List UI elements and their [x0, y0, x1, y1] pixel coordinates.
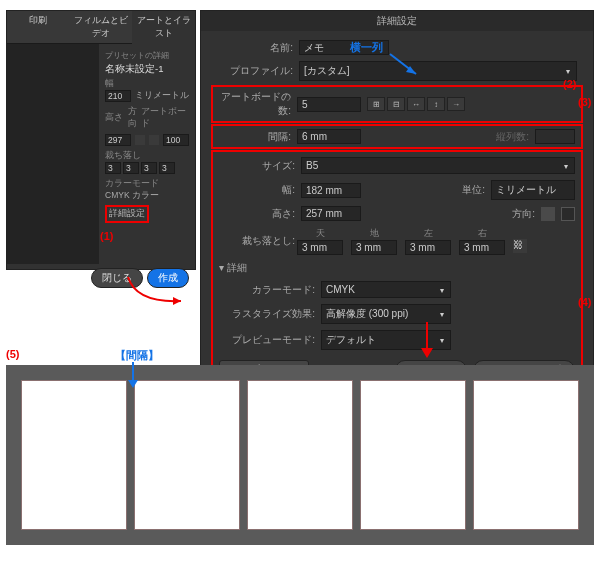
artboard — [473, 380, 579, 530]
bleed-left-input[interactable] — [405, 240, 451, 255]
artboards-count-input[interactable] — [297, 97, 361, 112]
arrow-icon — [126, 275, 186, 305]
orientation-label: 方向: — [512, 207, 535, 221]
annotation-3: (3) — [578, 96, 591, 108]
columns-input — [535, 129, 575, 144]
artboard — [21, 380, 127, 530]
artboard — [247, 380, 353, 530]
height-label: 高さ — [105, 112, 124, 124]
preview-label: プレビューモード: — [219, 333, 315, 347]
preview-value: デフォルト — [326, 334, 376, 345]
chevron-down-icon: ▾ — [440, 310, 444, 319]
profile-value: [カスタム] — [304, 65, 350, 76]
size-select[interactable]: B5 ▾ — [301, 157, 575, 174]
arrange-col-icon[interactable]: ↕ — [427, 97, 445, 111]
spacing-input[interactable] — [297, 129, 361, 144]
colormode-select[interactable]: CMYK ▾ — [321, 281, 451, 298]
raster-label: ラスタライズ効果: — [219, 307, 315, 321]
chevron-down-icon: ▾ — [440, 285, 444, 294]
bleed-left-heading: 左 — [405, 227, 451, 240]
dialog-title: 詳細設定 — [201, 11, 593, 31]
artboard — [134, 380, 240, 530]
tab-print[interactable]: 印刷 — [7, 11, 70, 44]
annotation-5: (5) — [6, 348, 19, 360]
document-name: 名称未設定-1 — [105, 63, 189, 76]
bleed-bottom-input[interactable] — [123, 162, 139, 174]
arrangement-buttons: ⊞ ⊟ ↔ ↕ → — [367, 97, 465, 111]
artboard-count-label: アートボード — [141, 106, 189, 130]
arrow-icon — [418, 320, 436, 360]
unit-label: 単位: — [462, 183, 485, 197]
width-label: 幅 — [105, 78, 189, 90]
bleed-top-input[interactable] — [297, 240, 343, 255]
spacing-label: 間隔: — [219, 130, 291, 144]
bleed-right-input[interactable] — [459, 240, 505, 255]
svg-marker-5 — [128, 380, 138, 388]
size-value: B5 — [306, 160, 318, 171]
orientation-portrait-icon[interactable] — [541, 207, 555, 221]
unit-value: ミリメートル — [496, 184, 556, 195]
width-input[interactable] — [105, 90, 131, 102]
advanced-settings-link[interactable]: 詳細設定 — [105, 205, 149, 223]
arrange-grid-col-icon[interactable]: ⊟ — [387, 97, 405, 111]
bleed-top-heading: 天 — [297, 227, 343, 240]
bleed-label: 裁ち落とし: — [219, 234, 295, 248]
colormode-value: CMYK カラー — [105, 190, 189, 202]
doc-width-label: 幅: — [219, 183, 295, 197]
arrange-rtl-icon[interactable]: → — [447, 97, 465, 111]
name-label: 名前: — [217, 41, 293, 55]
size-label: サイズ: — [219, 159, 295, 173]
colormode-value: CMYK — [326, 284, 355, 295]
doc-height-input[interactable] — [301, 206, 361, 221]
chevron-down-icon: ▾ — [566, 67, 570, 76]
tab-art-illust[interactable]: アートとイラスト — [132, 11, 195, 44]
arrow-icon — [126, 362, 140, 390]
raster-value: 高解像度 (300 ppi) — [326, 308, 408, 319]
orientation-landscape-icon[interactable] — [561, 207, 575, 221]
bleed-top-input[interactable] — [105, 162, 121, 174]
annotation-4: (4) — [578, 296, 591, 308]
artboard-count-input[interactable] — [163, 134, 189, 146]
annotation-spacing-label: 【間隔】 — [115, 348, 159, 363]
svg-marker-3 — [421, 348, 433, 358]
artboard — [360, 380, 466, 530]
annotation-2: (2) — [563, 78, 576, 90]
annotation-row-label: 横一列 — [350, 40, 383, 55]
unit-select[interactable]: ミリメートル — [491, 180, 575, 200]
bleed-right-heading: 右 — [459, 227, 505, 240]
doc-width-input[interactable] — [301, 183, 361, 198]
svg-marker-0 — [173, 297, 181, 305]
bleed-bottom-heading: 地 — [351, 227, 397, 240]
columns-label: 縦列数: — [496, 130, 529, 144]
tab-film-video[interactable]: フィルムとビデオ — [70, 11, 133, 44]
arrange-grid-row-icon[interactable]: ⊞ — [367, 97, 385, 111]
bleed-left-input[interactable] — [141, 162, 157, 174]
colormode-label: カラーモード — [105, 178, 189, 190]
artboards-canvas — [6, 365, 594, 545]
orientation-portrait-icon[interactable] — [135, 135, 145, 145]
link-bleed-icon[interactable]: ⛓ — [513, 239, 527, 253]
preset-heading: プリセットの詳細 — [105, 50, 189, 61]
annotation-1: (1) — [100, 230, 113, 242]
doc-height-label: 高さ: — [219, 207, 295, 221]
orientation-label: 方向 — [128, 106, 137, 130]
orientation-landscape-icon[interactable] — [149, 135, 159, 145]
category-tabs: 印刷 フィルムとビデオ アートとイラスト — [7, 11, 195, 44]
chevron-down-icon: ▾ — [440, 336, 444, 345]
unit-value: ミリメートル — [135, 90, 189, 102]
bleed-bottom-input[interactable] — [351, 240, 397, 255]
arrow-icon — [388, 52, 422, 78]
profile-label: プロファイル: — [217, 64, 293, 78]
height-input[interactable] — [105, 134, 131, 146]
preset-thumbnail-area — [7, 44, 99, 264]
colormode-label: カラーモード: — [219, 283, 315, 297]
bleed-label: 裁ち落し — [105, 150, 189, 162]
chevron-down-icon: ▾ — [564, 161, 568, 170]
artboards-count-label: アートボードの数: — [219, 90, 291, 118]
details-disclosure[interactable]: ▾ 詳細 — [219, 261, 247, 275]
profile-select[interactable]: [カスタム] ▾ — [299, 61, 577, 81]
arrange-row-icon[interactable]: ↔ — [407, 97, 425, 111]
bleed-right-input[interactable] — [159, 162, 175, 174]
